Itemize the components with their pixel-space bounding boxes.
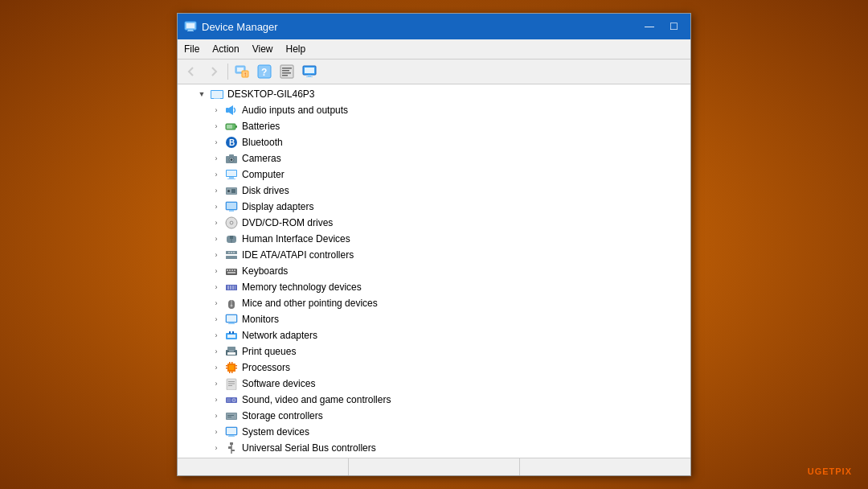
list-item[interactable]: › Network adapters <box>178 327 690 343</box>
expand-icon[interactable]: › <box>208 424 224 440</box>
back-button[interactable] <box>181 62 202 81</box>
audio-icon <box>224 103 239 117</box>
minimize-button[interactable]: — <box>639 18 660 35</box>
bluetooth-icon: B <box>224 135 239 150</box>
svg-rect-22 <box>226 108 229 113</box>
mice-icon <box>224 296 239 310</box>
list-item[interactable]: › DVD/CD-ROM drives <box>178 215 690 231</box>
menu-help[interactable]: Help <box>280 41 313 57</box>
expand-icon[interactable]: › <box>208 440 224 456</box>
list-item[interactable]: › B Bluetooth <box>178 134 690 150</box>
list-item[interactable]: › Storage controllers <box>178 408 690 424</box>
expand-icon[interactable]: › <box>208 263 224 279</box>
watermark-suffix: PIX <box>835 466 852 476</box>
svg-rect-62 <box>227 286 229 290</box>
svg-rect-72 <box>228 323 235 324</box>
list-item[interactable]: › Display adapters <box>178 199 690 215</box>
expand-icon[interactable]: › <box>208 311 224 327</box>
expand-icon[interactable]: › <box>208 327 224 343</box>
svg-rect-34 <box>227 171 236 176</box>
list-item[interactable]: › Processors <box>178 360 690 376</box>
svg-rect-96 <box>227 398 231 402</box>
list-item[interactable]: › Human Interface Devices <box>178 231 690 247</box>
svg-rect-16 <box>305 68 314 73</box>
svg-rect-13 <box>282 72 291 74</box>
svg-point-98 <box>233 400 235 401</box>
menu-action[interactable]: Action <box>206 41 245 57</box>
monitor-button[interactable] <box>299 62 320 81</box>
cameras-icon <box>224 151 239 166</box>
svg-rect-90 <box>231 372 233 373</box>
title-bar: Device Manager — ☐ <box>178 14 690 39</box>
list-item[interactable]: › Batteries <box>178 118 690 134</box>
expand-icon[interactable]: › <box>208 150 224 166</box>
properties-button[interactable] <box>276 62 297 81</box>
expand-icon[interactable]: › <box>208 376 224 392</box>
forward-button[interactable] <box>203 62 224 81</box>
list-item[interactable]: › Monitors <box>178 311 690 327</box>
expand-icon[interactable]: › <box>208 295 224 311</box>
svg-rect-106 <box>228 436 235 437</box>
svg-rect-18 <box>306 76 313 77</box>
list-item[interactable]: › Software devices <box>178 376 690 392</box>
svg-rect-42 <box>227 203 236 209</box>
list-item[interactable]: › System devices <box>178 424 690 440</box>
list-item[interactable]: › Mice and other pointing devices <box>178 295 690 311</box>
svg-rect-78 <box>227 347 235 351</box>
item-label: Computer <box>242 169 285 180</box>
memory-icon <box>224 280 239 294</box>
list-item[interactable]: › Disk drives <box>178 183 690 199</box>
expand-icon[interactable]: › <box>208 279 224 295</box>
expand-icon[interactable]: › <box>208 215 224 231</box>
svg-rect-93 <box>228 384 235 384</box>
expand-icon[interactable]: › <box>208 134 224 150</box>
root-expand[interactable]: ▼ <box>194 86 210 102</box>
svg-rect-88 <box>231 362 233 364</box>
expand-icon[interactable]: › <box>208 392 224 408</box>
list-item[interactable]: › Audio inputs and outputs <box>178 102 690 118</box>
svg-rect-60 <box>227 272 235 273</box>
item-label: Sound, video and game controllers <box>242 394 391 405</box>
expand-icon[interactable]: › <box>208 231 224 247</box>
expand-icon[interactable]: › <box>208 199 224 215</box>
list-item[interactable]: › Computer <box>178 166 690 183</box>
list-item[interactable]: › Sound, video and game controllers <box>178 392 690 408</box>
svg-rect-43 <box>229 210 234 212</box>
item-label: Universal Serial Bus controllers <box>242 442 376 454</box>
batteries-icon <box>224 119 239 134</box>
expand-icon[interactable]: › <box>208 343 224 360</box>
expand-icon[interactable]: › <box>208 102 224 118</box>
expand-icon[interactable]: › <box>208 118 224 134</box>
item-label: Human Interface Devices <box>242 233 350 244</box>
expand-icon[interactable]: › <box>208 166 224 183</box>
list-item[interactable]: › IDE ATA/ATAPI controllers <box>178 247 690 263</box>
svg-rect-26 <box>227 125 232 129</box>
menu-view[interactable]: View <box>246 41 280 57</box>
svg-rect-56 <box>227 269 228 271</box>
list-item[interactable]: › Cameras <box>178 150 690 166</box>
tree-root[interactable]: ▼ DESKTOP-GIL46P3 <box>178 86 690 102</box>
svg-rect-85 <box>235 365 237 367</box>
item-label: Bluetooth <box>242 137 283 148</box>
svg-rect-14 <box>282 75 288 76</box>
up-button[interactable]: ↑ <box>231 62 252 81</box>
list-item[interactable]: › Universal Serial Bus controllers <box>178 440 690 456</box>
help-button[interactable]: ? <box>254 62 275 81</box>
svg-rect-36 <box>227 179 235 179</box>
list-item[interactable]: › Keyboards <box>178 263 690 279</box>
maximize-button[interactable]: ☐ <box>663 18 684 35</box>
list-item[interactable]: › Print queues <box>178 343 690 360</box>
svg-rect-109 <box>228 446 231 449</box>
item-label: System devices <box>242 426 309 438</box>
expand-icon[interactable]: › <box>208 408 224 424</box>
content-area[interactable]: ▼ DESKTOP-GIL46P3 › Audio inputs and out… <box>178 84 690 458</box>
svg-rect-87 <box>229 362 231 364</box>
expand-icon[interactable]: › <box>208 247 224 263</box>
storage-icon <box>224 409 239 423</box>
svg-rect-57 <box>229 269 231 271</box>
expand-icon[interactable]: › <box>208 360 224 376</box>
print-icon <box>224 344 239 359</box>
list-item[interactable]: › Memory technology devices <box>178 279 690 295</box>
menu-file[interactable]: File <box>178 41 206 57</box>
expand-icon[interactable]: › <box>208 183 224 199</box>
